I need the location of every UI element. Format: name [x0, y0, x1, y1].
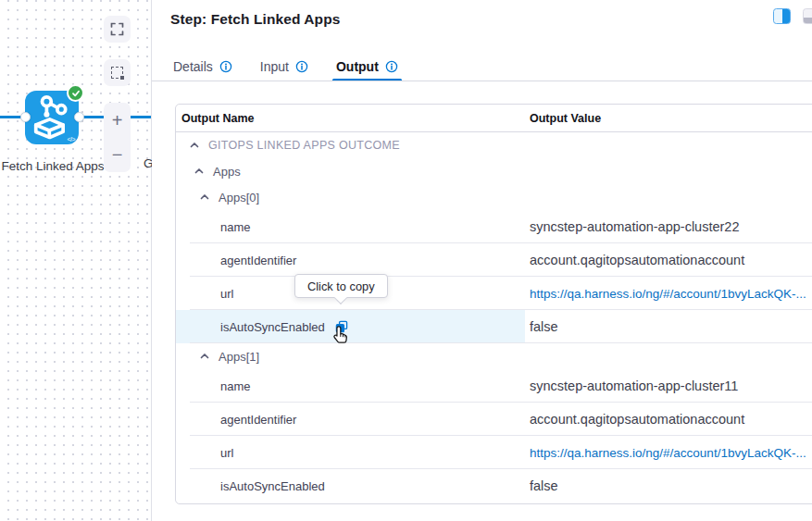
zoom-controls: + −	[104, 103, 131, 172]
output-value-cell: account.qagitopsautomationaccount	[525, 253, 812, 267]
code-glyph-icon	[67, 136, 75, 143]
table-row: agentIdentifier account.qagitopsautomati…	[176, 243, 812, 277]
group-label: Apps[0]	[219, 191, 259, 205]
table-header: Output Name Output Value	[176, 105, 812, 132]
table-row: name syncstep-automation-app-cluster11	[176, 369, 812, 403]
chevron-up-icon[interactable]	[194, 166, 205, 177]
output-table: Output Name Output Value GITOPS LINKED A…	[175, 104, 812, 504]
node-in-port	[20, 112, 31, 122]
tab-bar: Details Input Output	[171, 51, 400, 81]
chevron-up-icon[interactable]	[189, 140, 200, 151]
info-icon	[295, 60, 308, 73]
tab-details-label: Details	[173, 59, 213, 74]
table-row-group[interactable]: Apps	[176, 158, 812, 184]
tab-input-label: Input	[260, 59, 289, 74]
marquee-select-button[interactable]	[104, 59, 131, 86]
table-row: isAutoSyncEnabled false	[176, 469, 812, 502]
table-row: url https://qa.harness.io/ng/#/account/1…	[176, 277, 812, 310]
tooltip: Click to copy	[294, 274, 388, 298]
pipeline-canvas[interactable]: Fetch Linked Apps G + −	[0, 0, 152, 521]
output-name-cell[interactable]: isAutoSyncEnabled	[176, 469, 525, 502]
table-row-group[interactable]: GITOPS LINKED APPS OUTCOME	[176, 132, 812, 158]
table-row-group[interactable]: Apps[0]	[176, 184, 812, 210]
output-name-label: isAutoSyncEnabled	[220, 320, 325, 334]
output-name-cell[interactable]: agentIdentifier	[176, 403, 525, 436]
table-row-hovered: isAutoSyncEnabled Click to copy false	[176, 310, 812, 343]
table-row: url https://qa.harness.io/ng/#/account/1…	[176, 436, 812, 469]
bottom-panel-toggle-icon[interactable]	[803, 8, 812, 24]
step-node-label: Fetch Linked Apps	[1, 156, 105, 176]
output-value-link[interactable]: https://qa.harness.io/ng/#/account/1bvyL…	[525, 287, 812, 301]
tab-details[interactable]: Details	[171, 51, 234, 81]
success-check-icon	[67, 84, 84, 102]
zoom-out-button[interactable]: −	[112, 145, 123, 164]
tab-output[interactable]: Output	[334, 51, 400, 81]
output-value-cell: account.qagitopsautomationaccount	[525, 412, 812, 427]
page-title: Step: Fetch Linked Apps	[170, 11, 340, 28]
chevron-up-icon[interactable]	[199, 192, 210, 203]
output-name-cell[interactable]: agentIdentifier	[176, 243, 525, 277]
tab-input[interactable]: Input	[258, 51, 310, 81]
group-label: Apps	[213, 165, 241, 179]
output-value-cell: false	[525, 319, 812, 334]
table-row-group[interactable]: Apps[1]	[176, 343, 812, 369]
group-label: GITOPS LINKED APPS OUTCOME	[208, 139, 400, 152]
step-details-panel: Step: Fetch Linked Apps Details Input Ou…	[152, 0, 812, 521]
panel-layout-toggles	[773, 8, 812, 24]
right-panel-toggle-icon[interactable]	[773, 8, 791, 24]
output-value-cell: false	[525, 478, 812, 493]
output-name-cell[interactable]: isAutoSyncEnabled Click to copy	[176, 310, 525, 343]
table-row: name syncstep-automation-app-cluster22	[176, 210, 812, 243]
column-header-output-name: Output Name	[176, 112, 525, 125]
output-value-cell: syncstep-automation-app-cluster22	[525, 219, 812, 234]
tabs-divider	[152, 81, 812, 81]
info-icon	[385, 60, 398, 73]
output-name-cell[interactable]: url	[176, 436, 525, 469]
zoom-in-button[interactable]: +	[112, 111, 123, 130]
output-value-cell: syncstep-automation-app-cluster11	[525, 378, 812, 393]
fullscreen-icon	[110, 22, 124, 36]
marquee-select-icon	[111, 67, 123, 79]
node-out-port	[74, 112, 84, 122]
step-node-fetch-linked-apps[interactable]	[25, 91, 79, 144]
tab-output-label: Output	[336, 59, 379, 74]
output-name-cell[interactable]: name	[176, 369, 525, 403]
info-icon	[219, 60, 232, 73]
fullscreen-button[interactable]	[104, 16, 131, 43]
output-name-cell[interactable]: name	[176, 210, 525, 243]
table-row: agentIdentifier account.qagitopsautomati…	[176, 403, 812, 436]
copy-icon[interactable]	[335, 320, 348, 333]
chevron-up-icon[interactable]	[199, 351, 210, 362]
output-value-link[interactable]: https://qa.harness.io/ng/#/account/1bvyL…	[525, 446, 812, 460]
group-label: Apps[1]	[219, 350, 259, 364]
column-header-output-value: Output Value	[525, 112, 812, 125]
